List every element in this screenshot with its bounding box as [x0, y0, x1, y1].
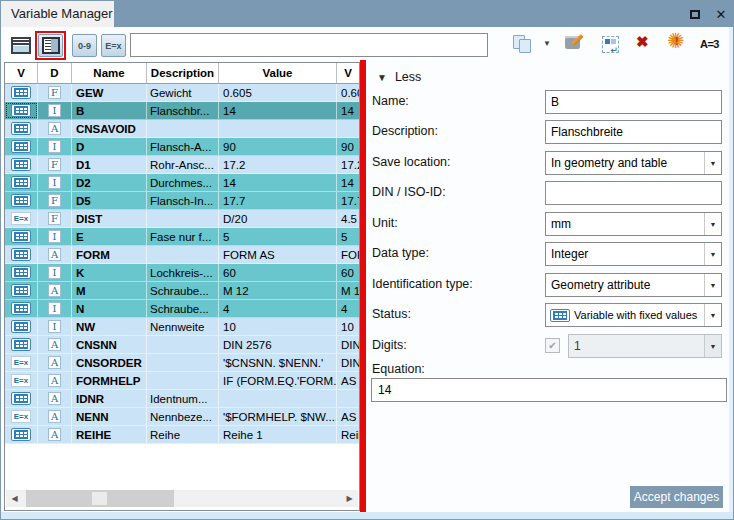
variable-name: NENN — [72, 408, 147, 425]
variable-description — [147, 120, 219, 137]
accept-changes-button[interactable]: Accept changes — [630, 486, 723, 508]
table-header: V D Name Description Value V — [5, 63, 359, 84]
renumber-icon[interactable]: ↵ — [602, 36, 619, 53]
table-row[interactable]: E=x A NENN Nennbeze... '$FORMHELP. $NW..… — [5, 408, 359, 426]
data-type-letter: I — [48, 176, 61, 189]
list-view-button[interactable] — [8, 34, 33, 57]
assignment-icon[interactable]: A=3 — [700, 38, 719, 50]
grid-table-icon — [11, 248, 31, 261]
table-row[interactable]: I N Schraube... 4 4 — [5, 300, 359, 318]
table-row[interactable]: A REIHE Reihe Reihe 1 Reih — [5, 426, 359, 444]
table-row[interactable]: E=x A CNSORDER '$CNSNN. $NENN.' DIN — [5, 354, 359, 372]
data-type-letter: I — [48, 104, 61, 117]
variable-description: Fase nur f... — [147, 228, 219, 245]
unit-select[interactable]: mm ▼ — [545, 212, 722, 236]
data-type-letter: I — [48, 140, 61, 153]
column-header-d[interactable]: D — [38, 63, 72, 83]
grid-table-icon — [11, 104, 31, 117]
table-row[interactable]: I E Fase nur f... 5 5 — [5, 228, 359, 246]
grid-table-icon — [11, 122, 31, 135]
table-row[interactable]: I B Flanschbr... 14 14 — [5, 102, 359, 120]
din-iso-field[interactable] — [545, 181, 722, 205]
table-row[interactable]: I D2 Durchmes... 14 14 — [5, 174, 359, 192]
horizontal-scrollbar[interactable]: ◀ ▶ — [6, 490, 358, 507]
identification-type-label: Identification type: — [372, 277, 473, 291]
table-row[interactable]: F D1 Rohr-Ansc... 17.2 17.2 — [5, 156, 359, 174]
table-row[interactable]: A CNSNN DIN 2576 DIN — [5, 336, 359, 354]
variable-description: Schraube... — [147, 300, 219, 317]
list-view-icon — [11, 37, 31, 54]
copy-dropdown-arrow-icon[interactable]: ▼ — [543, 39, 551, 48]
description-field[interactable] — [545, 120, 722, 144]
titlebar: Variable Manager ✕ — [1, 1, 733, 27]
table-row[interactable]: E=x A FORMHELP IF (FORM.EQ.'FORM... AS — [5, 372, 359, 390]
update-icon[interactable]: ✺ ! — [667, 29, 689, 53]
less-toggle[interactable]: ▼ Less — [377, 70, 421, 84]
variable-value2: 90 — [337, 138, 359, 155]
column-header-description[interactable]: Description — [147, 63, 219, 83]
scroll-left-icon[interactable]: ◀ — [6, 490, 23, 507]
scrollbar-thumb[interactable] — [26, 490, 174, 507]
grid-table-icon — [11, 140, 31, 153]
variable-value2: 60 — [337, 264, 359, 281]
table-row[interactable]: F GEW Gewicht 0.605 0.60 — [5, 84, 359, 102]
variable-value: 10 — [219, 318, 337, 335]
chevron-down-icon[interactable]: ▼ — [704, 304, 721, 326]
variable-value: 14 — [219, 102, 337, 119]
filter-input[interactable] — [130, 33, 488, 57]
save-location-select[interactable]: In geometry and table ▼ — [545, 151, 722, 175]
chevron-down-icon[interactable]: ▼ — [704, 274, 721, 296]
variable-value: Reihe 1 — [219, 426, 337, 443]
table-row[interactable]: A FORM FORM AS FOR — [5, 246, 359, 264]
toolbar: 0-9 E=x ▼ ↵ ✖ ✺ ! A=3 — [0, 27, 734, 61]
scroll-right-icon[interactable]: ▶ — [341, 490, 358, 507]
table-row[interactable]: I K Lochkreis-... 60 60 — [5, 264, 359, 282]
table-row[interactable]: E=x F DIST D/20 4.5 — [5, 210, 359, 228]
table-row[interactable]: A IDNR Identnum... — [5, 390, 359, 408]
edit-icon[interactable] — [565, 35, 585, 52]
table-row[interactable]: I NW Nennweite 10 10 — [5, 318, 359, 336]
variable-name: K — [72, 264, 147, 281]
chevron-down-icon[interactable]: ▼ — [704, 213, 721, 235]
digits-checkbox[interactable]: ✔ — [545, 338, 560, 353]
variable-name: D2 — [72, 174, 147, 191]
table-row[interactable]: I D Flansch-A... 90 90 — [5, 138, 359, 156]
numeric-filter-button[interactable]: 0-9 — [72, 34, 97, 57]
chevron-down-icon: ▼ — [704, 335, 721, 357]
column-header-name[interactable]: Name — [72, 63, 147, 83]
chevron-down-icon[interactable]: ▼ — [704, 243, 721, 265]
variable-description — [147, 372, 219, 389]
chevron-down-icon[interactable]: ▼ — [704, 152, 721, 174]
identification-type-select[interactable]: Geometry attribute ▼ — [545, 273, 722, 297]
column-header-value[interactable]: Value — [219, 63, 337, 83]
table-row[interactable]: F D5 Flansch-In... 17.7 17.7 — [5, 192, 359, 210]
variable-description: Nennbeze... — [147, 408, 219, 425]
digits-label: Digits: — [372, 338, 407, 352]
variable-description: Flansch-A... — [147, 138, 219, 155]
variable-value2: 14 — [337, 102, 359, 119]
variable-value: D/20 — [219, 210, 337, 227]
column-header-v[interactable]: V — [5, 63, 38, 83]
data-type-letter: A — [48, 392, 61, 405]
status-select[interactable]: Variable with fixed values ▼ — [545, 303, 722, 327]
variable-value2: 0.60 — [337, 84, 359, 101]
table-row[interactable]: A CNSAVOID — [5, 120, 359, 138]
variable-value: 14 — [219, 174, 337, 191]
maximize-button[interactable] — [682, 1, 708, 27]
table-row[interactable]: A M Schraube... M 12 M 1 — [5, 282, 359, 300]
data-type-select[interactable]: Integer ▼ — [545, 242, 722, 266]
equation-icon: E=x — [11, 374, 31, 387]
column-header-v2[interactable]: V — [337, 63, 359, 83]
close-button[interactable]: ✕ — [708, 1, 734, 27]
variable-value2: 10 — [337, 318, 359, 335]
variable-description — [147, 336, 219, 353]
din-iso-label: DIN / ISO-ID: — [372, 185, 446, 199]
variable-value2: 5 — [337, 228, 359, 245]
name-field[interactable] — [545, 90, 722, 114]
equation-icon: E=x — [11, 410, 31, 423]
delete-icon[interactable]: ✖ — [636, 33, 649, 51]
variable-name: REIHE — [72, 426, 147, 443]
equation-field[interactable] — [371, 378, 727, 402]
copy-icon[interactable] — [513, 35, 534, 54]
equation-filter-button[interactable]: E=x — [101, 34, 126, 57]
